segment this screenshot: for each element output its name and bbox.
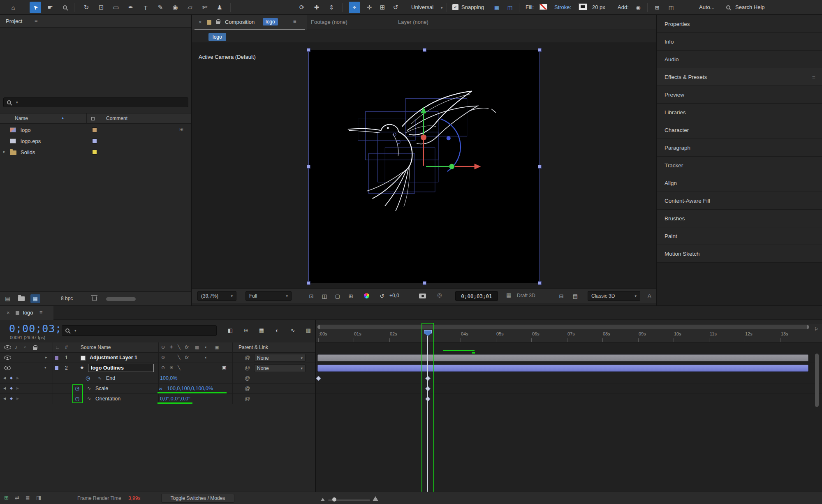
exposure-value[interactable]: +0,0 <box>389 293 399 298</box>
next-keyframe-icon[interactable]: ▶ <box>16 397 19 400</box>
mini-flowchart-icon[interactable]: ◧ <box>225 325 235 335</box>
tab-layer[interactable]: Layer (none) <box>398 19 428 25</box>
3d-layer-column-icon[interactable]: ▣ <box>215 344 219 350</box>
stroke-width-value[interactable]: 20 px <box>592 4 605 10</box>
frame-blending-master-icon[interactable]: ◐ <box>272 325 282 335</box>
magnification-dropdown[interactable]: (39,7%)▾ <box>197 291 236 301</box>
home-icon[interactable]: ⌂ <box>7 2 19 13</box>
roto-brush-tool-icon[interactable]: ✄ <box>199 2 211 13</box>
expand-folder-caret-icon[interactable]: ▸ <box>3 149 5 154</box>
region-of-interest-icon[interactable]: ▢ <box>333 291 343 301</box>
expand-in-out-panes-icon[interactable]: ◨ <box>36 495 41 501</box>
pick-whip-icon[interactable]: @ <box>245 365 250 371</box>
layer-name-edit-box[interactable]: logo Outlines <box>88 364 154 372</box>
shape-tool-icon[interactable]: ▭ <box>110 2 122 13</box>
draft-3d-label[interactable]: Draft 3D <box>517 293 535 298</box>
transparency-grid-icon[interactable]: ⊞ <box>346 291 356 301</box>
timeline-menu-icon[interactable]: ≡ <box>39 309 43 315</box>
expand-transfer-controls-icon[interactable]: ≣ <box>25 495 30 501</box>
panel-tab-motion-sketch[interactable]: Motion Sketch <box>657 245 822 263</box>
next-keyframe-icon[interactable]: ▶ <box>16 376 19 380</box>
label-column-icon[interactable] <box>91 117 95 120</box>
column-divider[interactable] <box>53 342 53 353</box>
project-search-input[interactable]: ▾ <box>3 97 188 107</box>
camera-mode-caret-icon[interactable]: ▾ <box>441 6 443 10</box>
work-area-bar[interactable] <box>317 325 809 329</box>
new-composition-icon[interactable]: ▦ <box>30 294 40 303</box>
toggle-mask-paths-icon[interactable]: ◫ <box>320 291 329 301</box>
motion-blur-column-icon[interactable]: ◐ <box>205 344 208 349</box>
fill-label[interactable]: Fill: <box>526 4 534 10</box>
zoom-out-mountain-icon[interactable] <box>321 498 325 501</box>
panel-tab-align[interactable]: Align <box>657 174 822 192</box>
source-name-column[interactable]: Source Name <box>81 344 111 350</box>
puppet-pin-tool-icon[interactable]: ♟ <box>214 2 225 13</box>
rotation-tool-icon[interactable]: ↻ <box>81 2 92 13</box>
close-tab-icon[interactable]: × <box>7 310 10 316</box>
snap-options-icon[interactable]: ◫ <box>505 2 515 12</box>
search-help-field[interactable]: Search Help <box>735 4 765 10</box>
show-snapshot-icon[interactable]: ◎ <box>437 292 442 298</box>
selection-handle[interactable] <box>307 281 310 285</box>
previous-keyframe-icon[interactable]: ◀ <box>3 386 6 390</box>
snapping-checkbox[interactable]: ✓ <box>452 4 458 10</box>
keyframe-at-time-icon[interactable]: ◆ <box>10 396 13 400</box>
panel-tab-info[interactable]: Info <box>657 33 822 51</box>
composition-profiler-icon[interactable]: ⊞ <box>4 495 9 501</box>
search-scope-caret-icon[interactable]: ▾ <box>16 100 18 104</box>
property-value[interactable]: 0,0°,0,0°,0,0° <box>160 396 190 402</box>
composition-frame[interactable] <box>308 50 540 283</box>
stopwatch-icon[interactable]: ◷ <box>86 375 90 381</box>
unified-camera-tool-icon[interactable]: ⌖ <box>349 2 360 13</box>
trash-icon[interactable] <box>92 296 97 301</box>
panel-tab-brushes[interactable]: Brushes <box>657 210 822 227</box>
property-name[interactable]: End <box>106 375 115 381</box>
pen-tool-icon[interactable]: ✒ <box>125 2 137 13</box>
panel-tab-effects-presets[interactable]: Effects & Presets≡ <box>657 68 822 86</box>
3d-layer-switch-icon[interactable]: ▣ <box>222 365 226 370</box>
shy-switch-icon[interactable]: ⊙ <box>161 355 165 360</box>
vertical-scrollbar[interactable] <box>815 354 819 407</box>
composition-tab-label[interactable]: Composition <box>225 19 255 25</box>
work-area-end-handle[interactable] <box>807 325 809 329</box>
property-value[interactable]: 100,0,100,0,100,0% <box>167 386 213 391</box>
timeline-tab-label[interactable]: logo <box>23 310 33 316</box>
panel-tab-content-aware-fill[interactable]: Content-Aware Fill <box>657 192 822 210</box>
frame-blend-column-icon[interactable]: ▦ <box>195 344 199 350</box>
zoom-tool-icon[interactable] <box>59 2 71 13</box>
fx-column-icon[interactable]: fx <box>185 344 189 349</box>
dolly-camera-tool-icon[interactable]: ⇕ <box>326 2 337 13</box>
fill-color-swatch[interactable] <box>540 4 547 10</box>
graph-toggle-icon[interactable]: ∿ <box>98 375 102 381</box>
workspace-grid-icon[interactable]: ⊞ <box>652 2 662 12</box>
quality-switch-icon[interactable]: ╲ <box>178 365 181 370</box>
snap-to-features-icon[interactable]: ▦ <box>492 2 502 12</box>
selection-handle[interactable] <box>538 281 542 285</box>
reset-exposure-icon[interactable]: ↺ <box>377 291 387 301</box>
expand-layer-caret-icon[interactable]: ▸ <box>45 355 47 359</box>
pan-camera-tool-icon[interactable]: ✚ <box>311 2 322 13</box>
layer-row[interactable]: ▸ 1 Adjustment Layer 1 ⊙ ╲ fx ◐ @ None▾ <box>0 353 822 363</box>
selection-handle[interactable] <box>538 165 542 169</box>
time-ruler[interactable]: :00s 01s 02s 04s 05s 06s 07s 08s 09s 10s… <box>316 324 822 342</box>
type-tool-icon[interactable]: T <box>140 2 151 13</box>
parent-link-column[interactable]: Parent & Link <box>238 344 268 350</box>
parent-dropdown[interactable]: None▾ <box>254 354 306 362</box>
panel-tab-audio[interactable]: Audio <box>657 51 822 68</box>
label-color-swatch[interactable] <box>92 150 97 155</box>
project-item-row[interactable]: ▸ Solids <box>0 147 191 158</box>
toggle-switches-modes-button[interactable]: Toggle Switches / Modes <box>161 494 234 503</box>
renderer-dropdown[interactable]: Classic 3D▾ <box>588 291 640 301</box>
motion-blur-master-icon[interactable]: ∿ <box>288 325 298 335</box>
property-value[interactable]: 100,0% <box>160 375 177 381</box>
pick-whip-icon[interactable]: @ <box>245 395 250 402</box>
property-name[interactable]: Scale <box>95 386 108 391</box>
layer-row-selected[interactable]: ▾ 2 ★ logo Outlines ⊙ ✳ ╲ ▣ @ None▾ <box>0 363 822 373</box>
close-tab-icon[interactable]: × <box>199 19 202 25</box>
fx-switch-icon[interactable]: fx <box>185 355 189 360</box>
lock-column-icon[interactable] <box>33 347 37 350</box>
project-item-name[interactable]: Solids <box>21 149 35 155</box>
graph-toggle-icon[interactable]: ∿ <box>87 396 91 401</box>
new-folder-icon[interactable] <box>18 296 25 301</box>
project-item-name[interactable]: logo <box>21 127 31 133</box>
